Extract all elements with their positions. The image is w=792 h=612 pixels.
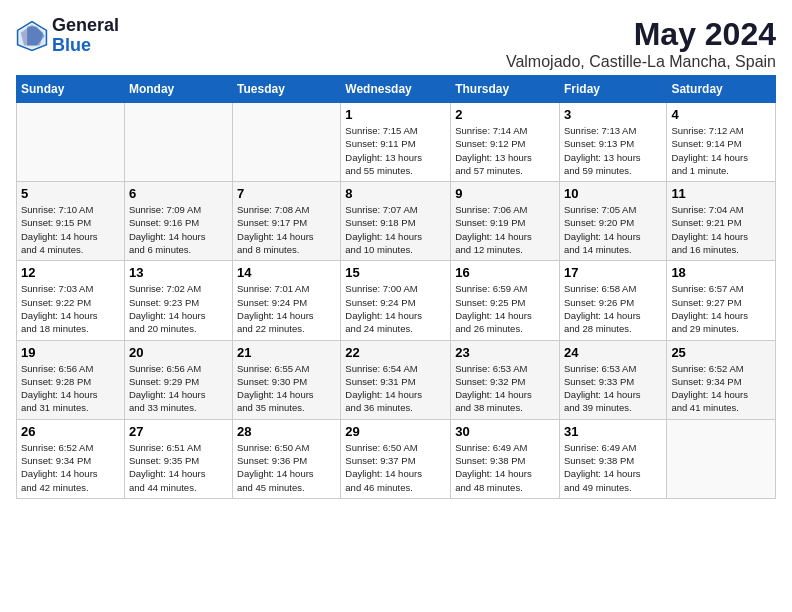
title-month: May 2024 xyxy=(506,16,776,53)
day-number: 23 xyxy=(455,345,555,360)
calendar-week-row: 19Sunrise: 6:56 AMSunset: 9:28 PMDayligh… xyxy=(17,340,776,419)
header-day: Friday xyxy=(559,76,666,103)
day-number: 31 xyxy=(564,424,662,439)
day-number: 7 xyxy=(237,186,336,201)
day-info: Sunrise: 7:03 AMSunset: 9:22 PMDaylight:… xyxy=(21,282,120,335)
calendar-cell: 3Sunrise: 7:13 AMSunset: 9:13 PMDaylight… xyxy=(559,103,666,182)
day-info: Sunrise: 6:50 AMSunset: 9:37 PMDaylight:… xyxy=(345,441,446,494)
day-number: 21 xyxy=(237,345,336,360)
calendar-cell: 1Sunrise: 7:15 AMSunset: 9:11 PMDaylight… xyxy=(341,103,451,182)
calendar-cell: 19Sunrise: 6:56 AMSunset: 9:28 PMDayligh… xyxy=(17,340,125,419)
calendar-cell: 14Sunrise: 7:01 AMSunset: 9:24 PMDayligh… xyxy=(233,261,341,340)
calendar-cell: 7Sunrise: 7:08 AMSunset: 9:17 PMDaylight… xyxy=(233,182,341,261)
day-info: Sunrise: 6:49 AMSunset: 9:38 PMDaylight:… xyxy=(455,441,555,494)
calendar-cell: 4Sunrise: 7:12 AMSunset: 9:14 PMDaylight… xyxy=(667,103,776,182)
calendar-cell: 28Sunrise: 6:50 AMSunset: 9:36 PMDayligh… xyxy=(233,419,341,498)
day-number: 11 xyxy=(671,186,771,201)
calendar-cell: 9Sunrise: 7:06 AMSunset: 9:19 PMDaylight… xyxy=(451,182,560,261)
day-info: Sunrise: 7:08 AMSunset: 9:17 PMDaylight:… xyxy=(237,203,336,256)
logo-icon xyxy=(16,20,48,52)
day-number: 9 xyxy=(455,186,555,201)
day-number: 10 xyxy=(564,186,662,201)
calendar-cell: 11Sunrise: 7:04 AMSunset: 9:21 PMDayligh… xyxy=(667,182,776,261)
day-number: 8 xyxy=(345,186,446,201)
calendar-cell: 31Sunrise: 6:49 AMSunset: 9:38 PMDayligh… xyxy=(559,419,666,498)
day-number: 30 xyxy=(455,424,555,439)
day-number: 27 xyxy=(129,424,228,439)
calendar-week-row: 12Sunrise: 7:03 AMSunset: 9:22 PMDayligh… xyxy=(17,261,776,340)
day-info: Sunrise: 7:13 AMSunset: 9:13 PMDaylight:… xyxy=(564,124,662,177)
calendar-cell: 29Sunrise: 6:50 AMSunset: 9:37 PMDayligh… xyxy=(341,419,451,498)
day-info: Sunrise: 7:07 AMSunset: 9:18 PMDaylight:… xyxy=(345,203,446,256)
day-info: Sunrise: 7:09 AMSunset: 9:16 PMDaylight:… xyxy=(129,203,228,256)
calendar-cell: 12Sunrise: 7:03 AMSunset: 9:22 PMDayligh… xyxy=(17,261,125,340)
calendar-cell: 6Sunrise: 7:09 AMSunset: 9:16 PMDaylight… xyxy=(124,182,232,261)
calendar-week-row: 5Sunrise: 7:10 AMSunset: 9:15 PMDaylight… xyxy=(17,182,776,261)
calendar-cell: 22Sunrise: 6:54 AMSunset: 9:31 PMDayligh… xyxy=(341,340,451,419)
calendar-header: SundayMondayTuesdayWednesdayThursdayFrid… xyxy=(17,76,776,103)
day-info: Sunrise: 7:01 AMSunset: 9:24 PMDaylight:… xyxy=(237,282,336,335)
calendar-cell: 21Sunrise: 6:55 AMSunset: 9:30 PMDayligh… xyxy=(233,340,341,419)
day-info: Sunrise: 6:52 AMSunset: 9:34 PMDaylight:… xyxy=(671,362,771,415)
calendar-cell: 26Sunrise: 6:52 AMSunset: 9:34 PMDayligh… xyxy=(17,419,125,498)
day-info: Sunrise: 6:56 AMSunset: 9:29 PMDaylight:… xyxy=(129,362,228,415)
day-number: 18 xyxy=(671,265,771,280)
day-number: 26 xyxy=(21,424,120,439)
day-info: Sunrise: 7:05 AMSunset: 9:20 PMDaylight:… xyxy=(564,203,662,256)
calendar-cell xyxy=(667,419,776,498)
header-row: SundayMondayTuesdayWednesdayThursdayFrid… xyxy=(17,76,776,103)
calendar-cell: 27Sunrise: 6:51 AMSunset: 9:35 PMDayligh… xyxy=(124,419,232,498)
day-info: Sunrise: 6:53 AMSunset: 9:33 PMDaylight:… xyxy=(564,362,662,415)
header-day: Thursday xyxy=(451,76,560,103)
day-number: 3 xyxy=(564,107,662,122)
title-location: Valmojado, Castille-La Mancha, Spain xyxy=(506,53,776,71)
header-day: Wednesday xyxy=(341,76,451,103)
calendar-cell: 30Sunrise: 6:49 AMSunset: 9:38 PMDayligh… xyxy=(451,419,560,498)
calendar-cell: 10Sunrise: 7:05 AMSunset: 9:20 PMDayligh… xyxy=(559,182,666,261)
day-number: 14 xyxy=(237,265,336,280)
day-number: 25 xyxy=(671,345,771,360)
day-info: Sunrise: 6:50 AMSunset: 9:36 PMDaylight:… xyxy=(237,441,336,494)
day-number: 4 xyxy=(671,107,771,122)
day-info: Sunrise: 6:57 AMSunset: 9:27 PMDaylight:… xyxy=(671,282,771,335)
calendar-cell: 8Sunrise: 7:07 AMSunset: 9:18 PMDaylight… xyxy=(341,182,451,261)
header-day: Monday xyxy=(124,76,232,103)
calendar-week-row: 26Sunrise: 6:52 AMSunset: 9:34 PMDayligh… xyxy=(17,419,776,498)
day-number: 19 xyxy=(21,345,120,360)
day-info: Sunrise: 7:06 AMSunset: 9:19 PMDaylight:… xyxy=(455,203,555,256)
calendar-cell: 18Sunrise: 6:57 AMSunset: 9:27 PMDayligh… xyxy=(667,261,776,340)
day-number: 5 xyxy=(21,186,120,201)
header-day: Saturday xyxy=(667,76,776,103)
day-number: 13 xyxy=(129,265,228,280)
calendar-cell: 25Sunrise: 6:52 AMSunset: 9:34 PMDayligh… xyxy=(667,340,776,419)
day-number: 16 xyxy=(455,265,555,280)
calendar-table: SundayMondayTuesdayWednesdayThursdayFrid… xyxy=(16,75,776,499)
day-info: Sunrise: 7:02 AMSunset: 9:23 PMDaylight:… xyxy=(129,282,228,335)
logo-blue: Blue xyxy=(52,36,119,56)
day-info: Sunrise: 6:51 AMSunset: 9:35 PMDaylight:… xyxy=(129,441,228,494)
day-number: 2 xyxy=(455,107,555,122)
calendar-cell: 23Sunrise: 6:53 AMSunset: 9:32 PMDayligh… xyxy=(451,340,560,419)
day-number: 28 xyxy=(237,424,336,439)
calendar-cell xyxy=(124,103,232,182)
calendar-cell: 24Sunrise: 6:53 AMSunset: 9:33 PMDayligh… xyxy=(559,340,666,419)
header-day: Sunday xyxy=(17,76,125,103)
svg-marker-3 xyxy=(21,25,43,46)
day-number: 12 xyxy=(21,265,120,280)
day-number: 6 xyxy=(129,186,228,201)
day-info: Sunrise: 6:53 AMSunset: 9:32 PMDaylight:… xyxy=(455,362,555,415)
day-info: Sunrise: 7:12 AMSunset: 9:14 PMDaylight:… xyxy=(671,124,771,177)
day-number: 17 xyxy=(564,265,662,280)
calendar-cell: 13Sunrise: 7:02 AMSunset: 9:23 PMDayligh… xyxy=(124,261,232,340)
day-info: Sunrise: 7:04 AMSunset: 9:21 PMDaylight:… xyxy=(671,203,771,256)
day-info: Sunrise: 7:00 AMSunset: 9:24 PMDaylight:… xyxy=(345,282,446,335)
calendar-body: 1Sunrise: 7:15 AMSunset: 9:11 PMDaylight… xyxy=(17,103,776,499)
day-info: Sunrise: 7:15 AMSunset: 9:11 PMDaylight:… xyxy=(345,124,446,177)
day-number: 22 xyxy=(345,345,446,360)
day-number: 24 xyxy=(564,345,662,360)
header-day: Tuesday xyxy=(233,76,341,103)
day-info: Sunrise: 6:54 AMSunset: 9:31 PMDaylight:… xyxy=(345,362,446,415)
calendar-cell: 20Sunrise: 6:56 AMSunset: 9:29 PMDayligh… xyxy=(124,340,232,419)
day-info: Sunrise: 6:56 AMSunset: 9:28 PMDaylight:… xyxy=(21,362,120,415)
logo: General Blue xyxy=(16,16,119,56)
